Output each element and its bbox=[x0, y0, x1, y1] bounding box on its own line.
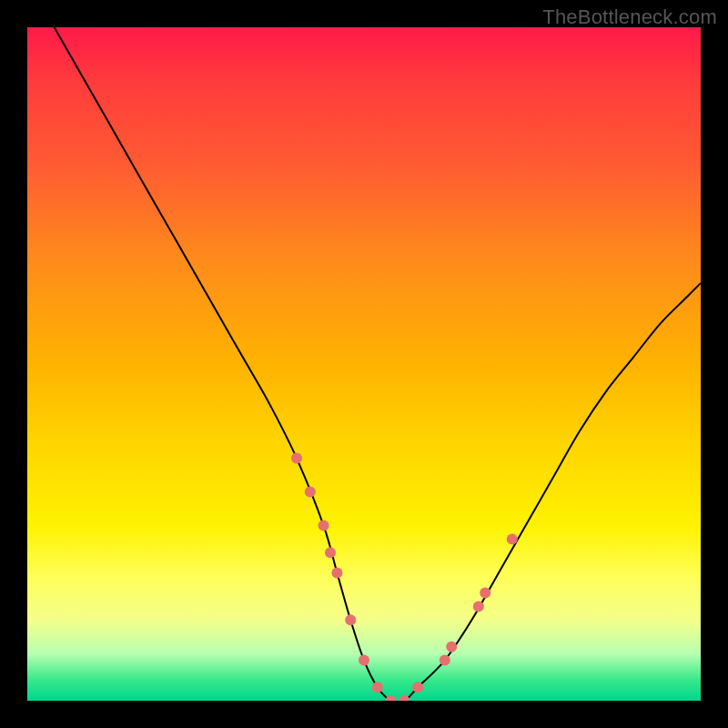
highlight-dots-group bbox=[291, 453, 518, 701]
highlight-dot bbox=[318, 521, 329, 531]
highlight-dot bbox=[480, 588, 490, 599]
highlight-dot bbox=[345, 614, 356, 625]
chart-svg bbox=[27, 27, 701, 701]
bottleneck-curve-line bbox=[55, 27, 701, 701]
highlight-dot bbox=[473, 601, 484, 612]
highlight-dot bbox=[359, 655, 369, 666]
highlight-dot bbox=[372, 682, 383, 693]
highlight-dot bbox=[291, 453, 302, 464]
highlight-dot bbox=[446, 642, 457, 652]
highlight-dot bbox=[325, 547, 336, 558]
highlight-dot bbox=[331, 567, 342, 578]
highlight-dot bbox=[386, 695, 397, 701]
highlight-dot bbox=[305, 487, 316, 498]
highlight-dot bbox=[507, 533, 518, 544]
highlight-dot bbox=[399, 695, 410, 701]
chart-plot-area bbox=[27, 27, 701, 701]
highlight-dot bbox=[440, 655, 450, 666]
watermark-text: TheBottleneck.com bbox=[542, 5, 717, 29]
highlight-dot bbox=[412, 682, 423, 693]
